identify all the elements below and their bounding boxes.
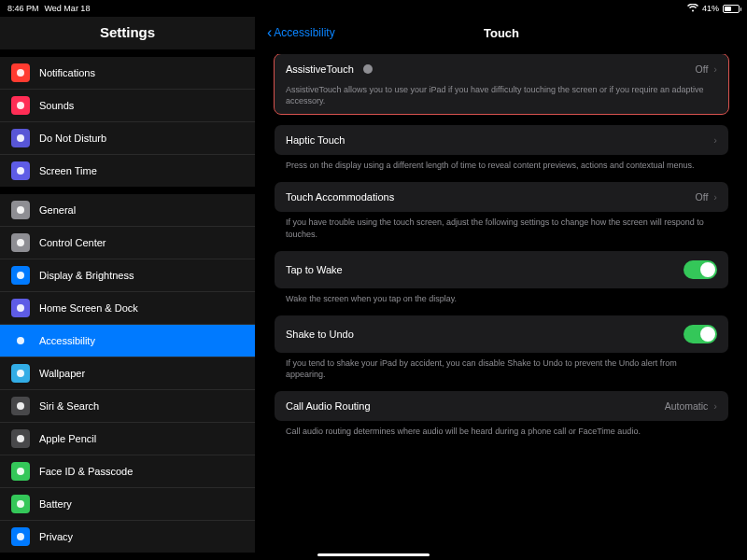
bell-icon xyxy=(11,63,30,82)
sidebar-item-label: Notifications xyxy=(39,67,95,78)
hourglass-icon xyxy=(11,161,30,180)
home-indicator[interactable] xyxy=(317,553,430,556)
sidebar-item-label: Accessibility xyxy=(39,335,95,346)
page-title: Touch xyxy=(484,26,519,40)
svg-point-3 xyxy=(17,167,24,175)
svg-point-12 xyxy=(17,468,24,475)
setting-value: Automatic xyxy=(665,400,709,412)
battery-percent: 41% xyxy=(702,4,719,13)
sidebar-item-label: Home Screen & Dock xyxy=(39,302,138,314)
setting-touch-accommodations[interactable]: Touch AccommodationsOff› xyxy=(275,182,728,212)
sidebar-item-face-id-passcode[interactable]: Face ID & Passcode xyxy=(0,455,255,488)
switches-icon xyxy=(11,233,30,252)
setting-assistivetouch[interactable]: AssistiveTouchOff› xyxy=(275,54,728,84)
svg-point-11 xyxy=(17,435,24,442)
chevron-left-icon: ‹ xyxy=(267,24,272,41)
setting-footer: If you tend to shake your iPad by accide… xyxy=(275,353,728,380)
setting-tap-to-wake[interactable]: Tap to Wake xyxy=(275,251,728,288)
sidebar-item-label: Control Center xyxy=(39,237,106,248)
setting-label: AssistiveTouch xyxy=(286,63,354,75)
setting-label: Tap to Wake xyxy=(286,264,343,275)
sidebar-item-privacy[interactable]: Privacy xyxy=(0,521,255,553)
setting-footer: AssistiveTouch allows you to use your iP… xyxy=(275,84,728,114)
battery-icon xyxy=(11,495,30,513)
sidebar-item-display-brightness[interactable]: Display & Brightness xyxy=(0,259,255,292)
back-button[interactable]: ‹ Accessibility xyxy=(267,24,335,41)
status-time: 8:46 PM xyxy=(7,4,39,13)
siri-icon xyxy=(11,397,30,415)
setting-haptic-touch[interactable]: Haptic Touch› xyxy=(275,125,728,155)
sidebar-item-label: Apple Pencil xyxy=(39,433,96,444)
chevron-right-icon: › xyxy=(713,191,717,203)
chevron-right-icon: › xyxy=(713,63,717,75)
wifi-icon xyxy=(687,4,698,14)
sidebar-item-control-center[interactable]: Control Center xyxy=(0,227,255,259)
sidebar-item-do-not-disturb[interactable]: Do Not Disturb xyxy=(0,122,255,155)
sidebar-title: Settings xyxy=(0,17,255,49)
status-date: Wed Mar 18 xyxy=(45,4,91,13)
sidebar-item-label: Wallpaper xyxy=(39,368,85,379)
sidebar-item-battery[interactable]: Battery xyxy=(0,488,255,521)
setting-shake-to-undo[interactable]: Shake to Undo xyxy=(275,315,728,353)
moon-icon xyxy=(11,129,30,147)
setting-value: Off xyxy=(696,191,709,203)
sidebar-item-home-screen-dock[interactable]: Home Screen & Dock xyxy=(0,292,255,325)
sidebar-item-label: Siri & Search xyxy=(39,400,99,412)
sidebar-item-label: Do Not Disturb xyxy=(39,133,106,144)
svg-point-10 xyxy=(17,402,24,410)
sidebar-item-label: Screen Time xyxy=(39,165,97,176)
svg-point-7 xyxy=(17,304,24,312)
sidebar-item-notifications[interactable]: Notifications xyxy=(0,57,255,90)
text-size-icon xyxy=(11,266,30,285)
battery-icon xyxy=(723,5,740,13)
sidebar-item-general[interactable]: General xyxy=(0,194,255,227)
back-label: Accessibility xyxy=(274,26,334,39)
grid-icon xyxy=(11,299,30,317)
svg-point-4 xyxy=(17,206,24,214)
svg-point-5 xyxy=(17,239,24,246)
accessibility-icon xyxy=(11,331,30,350)
setting-label: Haptic Touch xyxy=(286,134,345,146)
sidebar-item-label: Privacy xyxy=(39,531,73,542)
svg-point-14 xyxy=(17,533,24,540)
svg-point-0 xyxy=(17,69,24,77)
setting-value: Off xyxy=(696,63,709,75)
sidebar-item-label: Battery xyxy=(39,498,72,510)
chevron-right-icon: › xyxy=(713,134,717,146)
toggle-switch[interactable] xyxy=(684,260,717,279)
main-panel: ‹ Accessibility Touch AssistiveTouchOff›… xyxy=(256,17,747,560)
setting-footer: Call audio routing determines where audi… xyxy=(275,421,728,437)
setting-call-audio-routing[interactable]: Call Audio RoutingAutomatic› xyxy=(275,391,728,421)
svg-point-1 xyxy=(17,102,24,109)
sidebar-item-label: Face ID & Passcode xyxy=(39,466,133,477)
status-dot-icon xyxy=(363,64,373,74)
speaker-icon xyxy=(11,96,30,115)
chevron-right-icon: › xyxy=(713,400,717,412)
sidebar-item-label: General xyxy=(39,204,76,216)
sidebar-item-siri-search[interactable]: Siri & Search xyxy=(0,390,255,423)
svg-point-8 xyxy=(17,337,24,344)
toggle-switch[interactable] xyxy=(684,325,717,343)
setting-label: Touch Accommodations xyxy=(286,191,394,203)
svg-point-2 xyxy=(17,134,24,142)
hand-icon xyxy=(11,527,30,546)
sidebar-item-wallpaper[interactable]: Wallpaper xyxy=(0,357,255,390)
setting-label: Call Audio Routing xyxy=(286,400,371,412)
svg-point-9 xyxy=(17,370,24,377)
setting-footer: Press on the display using a different l… xyxy=(275,155,728,171)
setting-footer: Wake the screen when you tap on the disp… xyxy=(275,288,728,304)
sidebar-item-sounds[interactable]: Sounds xyxy=(0,90,255,122)
flower-icon xyxy=(11,364,30,383)
status-bar: 8:46 PM Wed Mar 18 41% xyxy=(0,0,747,17)
sidebar-item-accessibility[interactable]: Accessibility xyxy=(0,325,255,357)
sidebar-item-label: Display & Brightness xyxy=(39,270,134,281)
setting-footer: If you have trouble using the touch scre… xyxy=(275,212,728,239)
setting-label: Shake to Undo xyxy=(286,329,354,340)
sidebar-item-apple-pencil[interactable]: Apple Pencil xyxy=(0,423,255,455)
sidebar-item-label: Sounds xyxy=(39,100,74,111)
settings-sidebar: Settings NotificationsSoundsDo Not Distu… xyxy=(0,17,256,560)
sidebar-item-screen-time[interactable]: Screen Time xyxy=(0,155,255,187)
pencil-icon xyxy=(11,429,30,448)
svg-point-6 xyxy=(17,272,24,279)
faceid-icon xyxy=(11,462,30,481)
